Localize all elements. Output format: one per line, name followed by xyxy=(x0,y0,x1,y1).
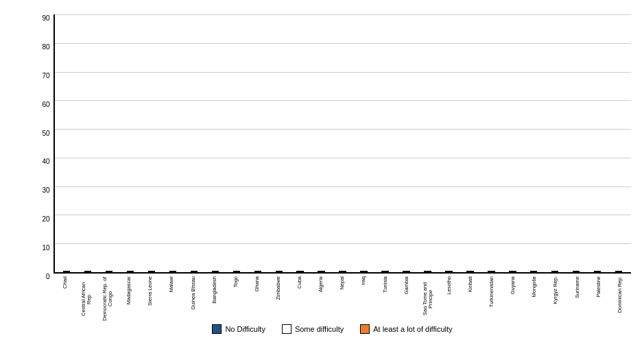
bar-group xyxy=(438,271,460,272)
x-label-item: Tunisia xyxy=(374,274,396,322)
bar-group xyxy=(481,271,502,272)
x-label-item: Lesotho xyxy=(438,274,460,322)
x-label-text: Democratic Rep. of Congo xyxy=(102,276,114,322)
y-label-80: 80 xyxy=(42,43,49,51)
x-label-item: Algeria xyxy=(311,274,332,322)
x-label-text: Guyana xyxy=(510,276,516,294)
x-label-text: Sierra Leone xyxy=(147,276,153,306)
bar-group xyxy=(98,271,119,272)
bar-some-difficulty xyxy=(233,271,240,272)
legend-item-no-difficulty: No Difficulty xyxy=(212,324,265,334)
bar-group xyxy=(523,271,545,272)
x-label-text: Gambia xyxy=(404,276,409,294)
bar-group xyxy=(183,271,204,272)
bar-group xyxy=(332,271,353,272)
legend: No Difficulty Some difficulty At least a… xyxy=(34,324,631,337)
bar-some-difficulty xyxy=(276,271,283,272)
legend-label-some-difficulty: Some difficulty xyxy=(295,325,344,333)
bar-some-difficulty xyxy=(84,271,91,272)
bar-group xyxy=(608,271,630,272)
y-label-40: 40 xyxy=(42,158,49,165)
bar-some-difficulty xyxy=(191,271,198,272)
bar-group xyxy=(247,271,268,272)
x-label-item: Chad xyxy=(55,274,76,322)
x-label-text: Suriname xyxy=(575,276,580,298)
bar-some-difficulty xyxy=(615,271,622,272)
bar-group xyxy=(353,271,374,272)
x-label-text: Turkmenistan xyxy=(489,276,494,307)
x-label-text: Ghana xyxy=(254,276,260,292)
bar-group xyxy=(119,271,141,272)
x-label-item: Cuba xyxy=(289,274,311,322)
chart-body: ChadCentral African Rep.Democratic Rep. … xyxy=(53,14,631,322)
bar-some-difficulty xyxy=(573,271,580,272)
bar-some-difficulty xyxy=(509,271,516,272)
bar-some-difficulty xyxy=(445,271,452,272)
bar-group xyxy=(545,271,566,272)
bar-some-difficulty xyxy=(127,271,134,272)
y-label-90: 90 xyxy=(42,14,49,22)
bar-some-difficulty xyxy=(594,271,601,272)
x-label-text: Chad xyxy=(62,276,68,289)
bar-some-difficulty xyxy=(339,271,346,272)
bar-some-difficulty xyxy=(254,271,261,272)
x-label-text: Cuba xyxy=(297,276,302,289)
x-label-text: Nepal xyxy=(339,276,345,290)
x-label-item: Mongolia xyxy=(524,274,545,322)
x-label-item: Gambia xyxy=(396,274,417,322)
bar-some-difficulty xyxy=(148,271,155,272)
x-label-item: Guyana xyxy=(503,274,524,322)
x-label-text: Mongolia xyxy=(532,276,537,297)
x-label-item: Guinea Bissau xyxy=(182,274,204,322)
bar-group xyxy=(162,271,183,272)
y-label-70: 70 xyxy=(42,72,49,80)
x-labels: ChadCentral African Rep.Democratic Rep. … xyxy=(53,274,631,322)
x-label-text: Dominican Rep. xyxy=(617,276,623,313)
bar-some-difficulty xyxy=(530,271,537,272)
y-label-0: 0 xyxy=(46,273,50,280)
x-label-item: Madagascar xyxy=(119,274,140,322)
bar-group xyxy=(396,271,417,272)
legend-icon-white xyxy=(282,324,291,334)
x-label-item: Togo xyxy=(225,274,246,322)
bar-group xyxy=(226,271,247,272)
legend-label-at-least: At least a lot of difficulty xyxy=(373,325,452,333)
x-label-text: Kyrgyz Rep. xyxy=(553,276,558,304)
x-label-item: Malawi xyxy=(161,274,182,322)
x-label-text: Togo xyxy=(233,276,239,287)
bar-some-difficulty xyxy=(318,271,324,272)
bar-group xyxy=(268,271,289,272)
x-label-text: Kiribati xyxy=(468,276,473,292)
bar-group xyxy=(289,271,311,272)
bar-some-difficulty xyxy=(466,271,473,272)
bar-group xyxy=(587,271,608,272)
bar-group xyxy=(374,271,396,272)
bar-some-difficulty xyxy=(488,271,494,272)
x-label-item: Central African Rep. xyxy=(76,274,97,322)
x-label-item: Sao Tome and Principe xyxy=(417,274,438,322)
x-label-text: Algeria xyxy=(318,276,324,292)
y-label-60: 60 xyxy=(42,101,49,108)
bar-group xyxy=(417,271,438,272)
bar-group xyxy=(460,271,481,272)
x-label-item: Zimbabwe xyxy=(268,274,289,322)
y-label-20: 20 xyxy=(42,215,49,223)
x-label-item: Turkmenistan xyxy=(481,274,503,322)
bars-row xyxy=(55,14,631,272)
x-label-text: Palestine xyxy=(596,276,601,298)
x-label-item: Dominican Rep. xyxy=(609,274,630,322)
legend-icon-orange xyxy=(360,324,370,334)
chart-area: 90 80 70 60 50 40 30 20 10 0 ChadCentral… xyxy=(34,14,631,322)
x-label-item: Ghana xyxy=(246,274,267,322)
bar-group xyxy=(566,271,587,272)
bar-group xyxy=(311,271,332,272)
x-label-text: Zimbabwe xyxy=(276,276,281,300)
bar-group xyxy=(141,271,162,272)
x-label-text: Bangladesh xyxy=(212,276,217,304)
y-label-30: 30 xyxy=(42,186,49,194)
x-label-item: Sierra Leone xyxy=(140,274,161,322)
bar-group xyxy=(77,271,98,272)
bar-some-difficulty xyxy=(360,271,367,272)
bar-some-difficulty xyxy=(296,271,303,272)
legend-item-some-difficulty: Some difficulty xyxy=(282,324,344,334)
